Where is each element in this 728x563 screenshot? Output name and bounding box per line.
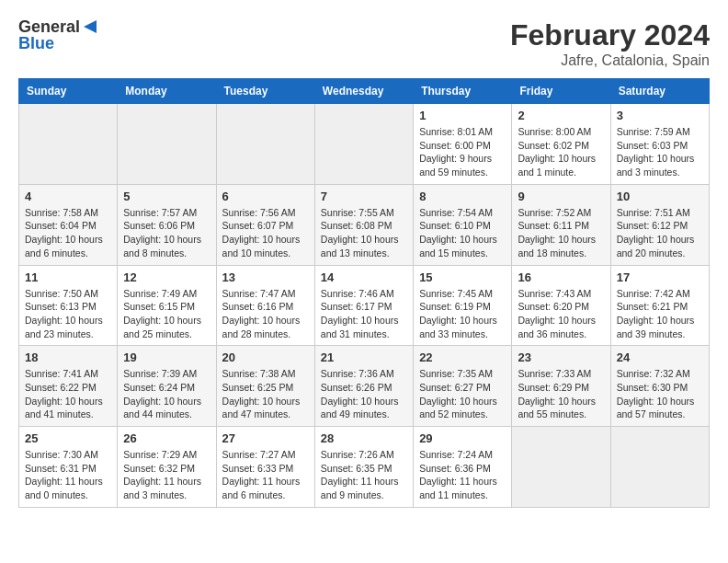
calendar-cell: 28Sunrise: 7:26 AM Sunset: 6:35 PM Dayli…: [314, 427, 413, 508]
day-number: 17: [617, 270, 703, 284]
calendar-week-row: 1Sunrise: 8:01 AM Sunset: 6:00 PM Daylig…: [19, 104, 710, 185]
col-sunday: Sunday: [19, 79, 118, 104]
calendar-cell: 13Sunrise: 7:47 AM Sunset: 6:16 PM Dayli…: [216, 265, 314, 346]
col-thursday: Thursday: [414, 79, 512, 104]
day-number: 21: [321, 350, 407, 364]
calendar-week-row: 18Sunrise: 7:41 AM Sunset: 6:22 PM Dayli…: [19, 346, 710, 427]
calendar-cell: [610, 427, 709, 508]
day-number: 16: [518, 270, 604, 284]
calendar-title: February 2024: [510, 18, 710, 52]
calendar-cell: 7Sunrise: 7:55 AM Sunset: 6:08 PM Daylig…: [314, 184, 413, 265]
day-info: Sunrise: 7:35 AM Sunset: 6:27 PM Dayligh…: [419, 367, 506, 421]
day-info: Sunrise: 7:51 AM Sunset: 6:12 PM Dayligh…: [617, 206, 703, 260]
logo: General Blue: [18, 18, 98, 52]
day-number: 26: [123, 431, 210, 445]
col-friday: Friday: [512, 79, 610, 104]
svg-marker-0: [84, 20, 97, 33]
day-number: 8: [419, 190, 506, 203]
calendar-cell: [314, 104, 413, 185]
day-info: Sunrise: 7:52 AM Sunset: 6:11 PM Dayligh…: [518, 206, 604, 260]
day-number: 15: [419, 270, 506, 284]
calendar-cell: [216, 104, 314, 185]
day-number: 20: [222, 350, 309, 364]
col-saturday: Saturday: [610, 79, 709, 104]
day-number: 19: [123, 350, 210, 364]
day-info: Sunrise: 7:43 AM Sunset: 6:20 PM Dayligh…: [518, 287, 604, 341]
day-info: Sunrise: 7:46 AM Sunset: 6:17 PM Dayligh…: [321, 287, 407, 341]
calendar-cell: 8Sunrise: 7:54 AM Sunset: 6:10 PM Daylig…: [414, 184, 512, 265]
calendar-cell: 18Sunrise: 7:41 AM Sunset: 6:22 PM Dayli…: [19, 346, 118, 427]
day-number: 1: [419, 109, 506, 122]
day-number: 2: [518, 109, 604, 122]
day-number: 23: [518, 350, 604, 364]
day-info: Sunrise: 7:33 AM Sunset: 6:29 PM Dayligh…: [518, 367, 604, 421]
calendar-cell: 24Sunrise: 7:32 AM Sunset: 6:30 PM Dayli…: [610, 346, 709, 427]
calendar-cell: 10Sunrise: 7:51 AM Sunset: 6:12 PM Dayli…: [610, 184, 709, 265]
day-info: Sunrise: 7:59 AM Sunset: 6:03 PM Dayligh…: [617, 125, 703, 179]
day-number: 7: [321, 190, 407, 203]
day-number: 25: [25, 431, 111, 445]
day-number: 27: [222, 431, 309, 445]
calendar-cell: 22Sunrise: 7:35 AM Sunset: 6:27 PM Dayli…: [414, 346, 512, 427]
calendar-cell: 11Sunrise: 7:50 AM Sunset: 6:13 PM Dayli…: [19, 265, 118, 346]
day-number: 10: [617, 190, 703, 203]
day-number: 28: [321, 431, 407, 445]
day-info: Sunrise: 7:32 AM Sunset: 6:30 PM Dayligh…: [617, 367, 703, 421]
day-info: Sunrise: 7:49 AM Sunset: 6:15 PM Dayligh…: [123, 287, 210, 341]
day-info: Sunrise: 7:57 AM Sunset: 6:06 PM Dayligh…: [123, 206, 210, 260]
calendar-header-row: Sunday Monday Tuesday Wednesday Thursday…: [19, 79, 710, 104]
day-number: 3: [617, 109, 703, 122]
day-info: Sunrise: 7:30 AM Sunset: 6:31 PM Dayligh…: [25, 448, 111, 502]
calendar-week-row: 4Sunrise: 7:58 AM Sunset: 6:04 PM Daylig…: [19, 184, 710, 265]
calendar-cell: 4Sunrise: 7:58 AM Sunset: 6:04 PM Daylig…: [19, 184, 118, 265]
calendar-cell: 3Sunrise: 7:59 AM Sunset: 6:03 PM Daylig…: [610, 104, 709, 185]
day-number: 18: [25, 350, 111, 364]
calendar-cell: 27Sunrise: 7:27 AM Sunset: 6:33 PM Dayli…: [216, 427, 314, 508]
day-number: 13: [222, 270, 309, 284]
calendar-table: Sunday Monday Tuesday Wednesday Thursday…: [18, 78, 710, 508]
calendar-cell: 23Sunrise: 7:33 AM Sunset: 6:29 PM Dayli…: [512, 346, 610, 427]
calendar-cell: 26Sunrise: 7:29 AM Sunset: 6:32 PM Dayli…: [118, 427, 216, 508]
calendar-cell: 12Sunrise: 7:49 AM Sunset: 6:15 PM Dayli…: [118, 265, 216, 346]
day-info: Sunrise: 7:45 AM Sunset: 6:19 PM Dayligh…: [419, 287, 506, 341]
day-info: Sunrise: 7:50 AM Sunset: 6:13 PM Dayligh…: [25, 287, 111, 341]
day-info: Sunrise: 8:01 AM Sunset: 6:00 PM Dayligh…: [419, 125, 506, 179]
day-number: 29: [419, 431, 506, 445]
calendar-subtitle: Jafre, Catalonia, Spain: [510, 52, 710, 69]
day-number: 6: [222, 190, 309, 203]
day-info: Sunrise: 7:39 AM Sunset: 6:24 PM Dayligh…: [123, 367, 210, 421]
day-number: 22: [419, 350, 506, 364]
calendar-cell: [118, 104, 216, 185]
day-info: Sunrise: 7:27 AM Sunset: 6:33 PM Dayligh…: [222, 448, 309, 502]
calendar-cell: 29Sunrise: 7:24 AM Sunset: 6:36 PM Dayli…: [414, 427, 512, 508]
day-info: Sunrise: 7:26 AM Sunset: 6:35 PM Dayligh…: [321, 448, 407, 502]
day-info: Sunrise: 7:38 AM Sunset: 6:25 PM Dayligh…: [222, 367, 309, 421]
calendar-cell: 19Sunrise: 7:39 AM Sunset: 6:24 PM Dayli…: [118, 346, 216, 427]
col-monday: Monday: [118, 79, 216, 104]
day-number: 14: [321, 270, 407, 284]
calendar-cell: 9Sunrise: 7:52 AM Sunset: 6:11 PM Daylig…: [512, 184, 610, 265]
logo-arrow-icon: [82, 18, 98, 35]
day-info: Sunrise: 7:47 AM Sunset: 6:16 PM Dayligh…: [222, 287, 309, 341]
logo-wordmark: General Blue: [18, 18, 98, 52]
calendar-cell: 14Sunrise: 7:46 AM Sunset: 6:17 PM Dayli…: [314, 265, 413, 346]
day-number: 5: [123, 190, 210, 203]
day-number: 9: [518, 190, 604, 203]
page-header: General Blue February 2024 Jafre, Catalo…: [18, 18, 710, 69]
calendar-body: 1Sunrise: 8:01 AM Sunset: 6:00 PM Daylig…: [19, 104, 710, 508]
day-info: Sunrise: 7:54 AM Sunset: 6:10 PM Dayligh…: [419, 206, 506, 260]
logo-general: General: [18, 18, 80, 35]
day-info: Sunrise: 7:29 AM Sunset: 6:32 PM Dayligh…: [123, 448, 210, 502]
calendar-cell: 16Sunrise: 7:43 AM Sunset: 6:20 PM Dayli…: [512, 265, 610, 346]
calendar-week-row: 11Sunrise: 7:50 AM Sunset: 6:13 PM Dayli…: [19, 265, 710, 346]
calendar-cell: 21Sunrise: 7:36 AM Sunset: 6:26 PM Dayli…: [314, 346, 413, 427]
day-info: Sunrise: 7:41 AM Sunset: 6:22 PM Dayligh…: [25, 367, 111, 421]
day-number: 11: [25, 270, 111, 284]
day-info: Sunrise: 8:00 AM Sunset: 6:02 PM Dayligh…: [518, 125, 604, 179]
calendar-cell: 5Sunrise: 7:57 AM Sunset: 6:06 PM Daylig…: [118, 184, 216, 265]
calendar-week-row: 25Sunrise: 7:30 AM Sunset: 6:31 PM Dayli…: [19, 427, 710, 508]
calendar-cell: [512, 427, 610, 508]
col-tuesday: Tuesday: [216, 79, 314, 104]
calendar-cell: 15Sunrise: 7:45 AM Sunset: 6:19 PM Dayli…: [414, 265, 512, 346]
calendar-cell: 2Sunrise: 8:00 AM Sunset: 6:02 PM Daylig…: [512, 104, 610, 185]
